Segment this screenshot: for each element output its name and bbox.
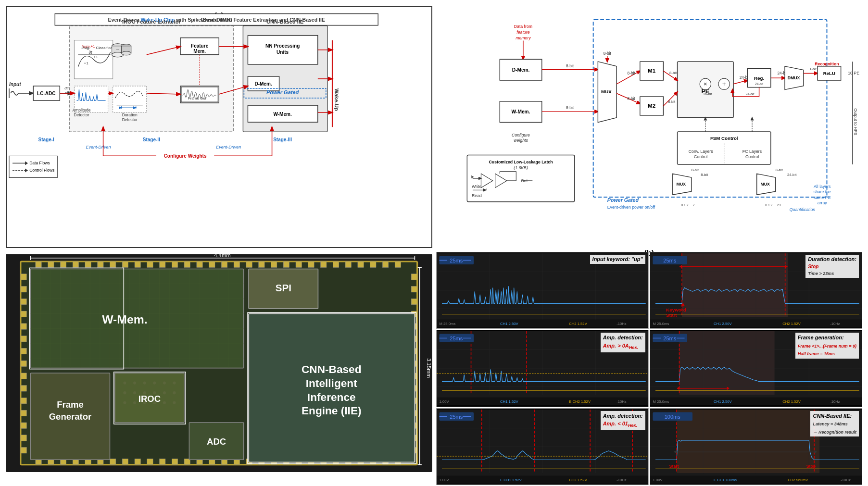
svg-text:Customized Low-Leakage Latch: Customized Low-Leakage Latch: [489, 160, 553, 164]
svg-text:NN Processing: NN Processing: [265, 43, 300, 49]
svg-rect-258: [21, 274, 26, 280]
svg-text:CH2 1.52V: CH2 1.52V: [782, 322, 801, 326]
svg-text:W-Mem.: W-Mem.: [511, 109, 530, 114]
svg-rect-203: [98, 262, 103, 267]
svg-text:Recognition: Recognition: [815, 62, 839, 66]
svg-rect-217: [271, 262, 277, 267]
svg-point-334: [133, 391, 136, 394]
svg-rect-273: [411, 274, 417, 280]
svg-rect-236: [135, 459, 140, 465]
svg-text:100ms: 100ms: [664, 413, 680, 419]
svg-line-133: [733, 80, 747, 84]
svg-text:CNN-Based: CNN-Based: [302, 363, 362, 375]
svg-text:×: ×: [703, 80, 707, 87]
svg-text:Write: Write: [472, 184, 481, 189]
svg-rect-226: [382, 262, 388, 267]
svg-rect-210: [184, 262, 190, 267]
svg-text:D-Mem.: D-Mem.: [254, 81, 272, 87]
svg-rect-261: [21, 311, 26, 317]
svg-rect-198: [36, 262, 41, 267]
svg-text:Start: Start: [666, 312, 677, 318]
svg-rect-205: [122, 262, 128, 267]
svg-rect-274: [411, 287, 417, 292]
svg-point-36: [122, 51, 131, 55]
svg-text:8-bit: 8-bit: [669, 71, 677, 75]
svg-text:8-bit: 8-bit: [566, 106, 574, 110]
svg-rect-201: [73, 262, 78, 267]
svg-text:Quantification: Quantification: [789, 207, 815, 212]
svg-rect-272: [21, 448, 26, 453]
svg-rect-208: [160, 262, 165, 267]
svg-text:-10Hz: -10Hz: [830, 399, 840, 404]
svg-text:Keyword: Keyword: [666, 307, 686, 312]
svg-text:CH2 1.52V: CH2 1.52V: [782, 399, 801, 404]
svg-point-333: [123, 391, 126, 394]
svg-rect-209: [172, 262, 177, 267]
svg-text:SPI: SPI: [276, 282, 291, 293]
svg-text:16-bit: 16-bit: [703, 92, 711, 96]
osc-d5-label: Amp. detection:Amp. < 01Hex.: [601, 411, 645, 430]
svg-text:Event-driven power on/off: Event-driven power on/off: [607, 205, 655, 210]
svg-text:24-bit: 24-bit: [787, 173, 796, 177]
svg-text:(1.6KB): (1.6KB): [514, 165, 528, 170]
svg-text:8-bit: 8-bit: [603, 51, 611, 56]
svg-text:Wake-Up: Wake-Up: [334, 88, 340, 111]
svg-text:Data Flows: Data Flows: [29, 161, 50, 165]
svg-text:Conv. Layers: Conv. Layers: [688, 149, 713, 154]
svg-text:E CH1 1.52V: E CH1 1.52V: [500, 477, 522, 482]
svg-rect-70: [9, 156, 57, 177]
svg-text:Num.+1: Num.+1: [81, 44, 95, 49]
svg-text:Stage-I: Stage-I: [38, 137, 55, 142]
svg-text:25ms: 25ms: [450, 413, 463, 419]
osc-d2-label: Duration detection:StopTime > 23ms: [805, 255, 859, 277]
svg-text:1.00V: 1.00V: [653, 477, 663, 482]
svg-text:M1: M1: [648, 67, 656, 74]
svg-text:1.00V: 1.00V: [439, 399, 449, 404]
svg-text:Configure Weights: Configure Weights: [164, 153, 207, 159]
svg-rect-270: [21, 423, 26, 428]
svg-text:∂t: ∂t: [88, 50, 92, 55]
panel-b: Power Gated Event-driven power on/off Da…: [436, 6, 863, 248]
svg-rect-221: [321, 262, 327, 267]
svg-text:array: array: [817, 200, 827, 205]
svg-text:Stop: Stop: [806, 464, 816, 469]
svg-text:D-Mem.: D-Mem.: [512, 67, 529, 73]
svg-rect-260: [21, 299, 26, 305]
svg-rect-265: [21, 361, 26, 367]
svg-text:Event-Driven: Event-Driven: [216, 145, 241, 150]
svg-text:Frame: Frame: [57, 399, 84, 410]
svg-rect-202: [85, 262, 91, 267]
svg-rect-483: [650, 475, 862, 484]
svg-text:+1: +1: [94, 55, 99, 59]
svg-rect-239: [172, 459, 177, 465]
svg-rect-235: [122, 459, 128, 465]
svg-point-337: [163, 391, 166, 394]
svg-text:Frame Gen.: Frame Gen.: [188, 96, 209, 100]
svg-text:1-bit: 1-bit: [809, 67, 816, 71]
svg-text:0 1 2 ... 7: 0 1 2 ... 7: [681, 203, 695, 207]
svg-text:Reg.: Reg.: [754, 75, 764, 81]
svg-text:Event-Driven: Event-Driven: [86, 145, 111, 150]
svg-point-327: [123, 382, 126, 385]
svg-text:Inference: Inference: [307, 391, 356, 403]
svg-text:Power Gated: Power Gated: [266, 89, 299, 95]
osc-d6-label: CNN-Based IIE:Latency = 348ms→ Recogniti…: [810, 411, 859, 437]
svg-text:Detector: Detector: [122, 117, 138, 122]
svg-rect-223: [345, 262, 351, 267]
svg-rect-421: [679, 331, 774, 395]
osc-panel-d5: 25ms 1.00V E CH1 1.52V CH2 1.52V -10Hz A…: [436, 408, 649, 485]
svg-text:MUX: MUX: [601, 89, 612, 94]
svg-text:CH1 2.50V: CH1 2.50V: [500, 322, 518, 326]
svg-text:8-bit: 8-bit: [627, 97, 635, 101]
svg-rect-214: [234, 262, 239, 267]
svg-text:Input: Input: [9, 82, 21, 87]
svg-text:8-bit: 8-bit: [775, 168, 783, 173]
svg-text:0 1 2 ... 23: 0 1 2 ... 23: [765, 203, 780, 207]
svg-point-329: [143, 382, 146, 385]
svg-point-328: [133, 382, 136, 385]
svg-text:ReLU: ReLU: [823, 71, 835, 76]
svg-rect-263: [21, 336, 26, 342]
svg-text:same PE: same PE: [814, 195, 831, 200]
svg-text:Data from: Data from: [514, 24, 532, 29]
svg-text:ADC: ADC: [207, 437, 226, 447]
